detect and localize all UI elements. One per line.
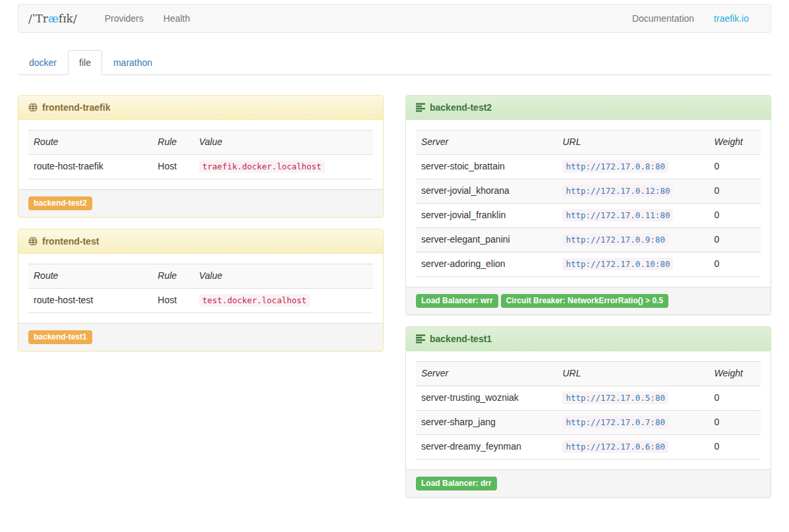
server-url-link[interactable]: http://172.17.0.12:80: [562, 185, 673, 196]
server-row: server-trusting_wozniakhttp://172.17.0.5…: [416, 386, 761, 410]
tab-file[interactable]: file: [68, 50, 102, 75]
rule-cell: Host: [152, 154, 194, 179]
server-url-link[interactable]: http://172.17.0.8:80: [562, 161, 668, 171]
value-cell: test.docker.localhost: [194, 288, 373, 312]
column-header-label: URL: [562, 368, 581, 378]
route-row: route-host-testHosttest.docker.localhost: [28, 288, 373, 312]
server-url-code: http://172.17.0.10:80: [562, 258, 673, 270]
column-header-label: Value: [199, 136, 222, 147]
panel-backend-test1: backend-test1 ServerURLWeightserver-trus…: [405, 326, 771, 498]
server-url-link[interactable]: http://172.17.0.11:80: [562, 210, 673, 220]
server-name-cell: server-trusting_wozniak: [416, 386, 557, 410]
panel-title: backend-test1: [430, 334, 492, 344]
panel-footer-badge: Load Balancer: drr: [416, 477, 497, 490]
table-header-row: RouteRuleValue: [28, 131, 373, 155]
nav-link-traefik-io[interactable]: traefik.io: [704, 5, 759, 32]
column-header-cell: Route: [28, 264, 152, 288]
servers-table: ServerURLWeightserver-trusting_wozniakht…: [416, 361, 761, 459]
weight-cell: 0: [709, 227, 761, 252]
nav-link-providers[interactable]: Providers: [95, 5, 154, 32]
weight-cell: 0: [709, 252, 761, 276]
panel-title: frontend-test: [42, 236, 99, 247]
routes-table: RouteRuleValueroute-host-testHosttest.do…: [28, 264, 373, 313]
tab-docker[interactable]: docker: [18, 50, 68, 75]
panel-body: RouteRuleValueroute-host-testHosttest.do…: [18, 254, 383, 323]
server-row: server-adoring_elionhttp://172.17.0.10:8…: [416, 252, 761, 276]
panel-title: frontend-traefik: [42, 102, 110, 113]
server-url-link[interactable]: http://172.17.0.7:80: [562, 417, 668, 427]
server-url-cell: http://172.17.0.6:80: [557, 434, 709, 459]
routes-table: RouteRuleValueroute-host-traefikHosttrae…: [28, 130, 373, 179]
column-header-cell: URL: [557, 361, 709, 386]
server-url-code: http://172.17.0.11:80: [562, 209, 673, 222]
server-name-cell: server-adoring_elion: [416, 252, 557, 276]
server-url-code: http://172.17.0.7:80: [562, 416, 668, 429]
route-row: route-host-traefikHosttraefik.docker.loc…: [28, 154, 373, 179]
server-name-cell: server-jovial_franklin: [416, 203, 557, 227]
column-header-label: Route: [34, 136, 58, 147]
server-row: server-elegant_paninihttp://172.17.0.9:8…: [416, 227, 761, 252]
weight-cell: 0: [709, 154, 761, 179]
column-header-cell: Weight: [709, 361, 761, 386]
column-header-label: URL: [562, 136, 581, 147]
column-header-cell: Rule: [152, 131, 194, 155]
backends-column: backend-test2 ServerURLWeightserver-stoi…: [405, 95, 771, 509]
backend-ref-badge: backend-test2: [28, 196, 92, 210]
weight-cell: 0: [709, 203, 761, 227]
server-url-cell: http://172.17.0.10:80: [557, 252, 709, 276]
server-url-cell: http://172.17.0.9:80: [557, 227, 709, 252]
nav-link-documentation[interactable]: Documentation: [622, 5, 704, 32]
table-header-row: ServerURLWeight: [416, 131, 761, 155]
server-row: server-stoic_brattainhttp://172.17.0.8:8…: [416, 154, 761, 179]
server-url-cell: http://172.17.0.7:80: [557, 410, 709, 434]
brand-suffix: fɪk/: [59, 12, 77, 25]
table-header-row: RouteRuleValue: [28, 264, 373, 288]
column-header-label: Rule: [158, 270, 177, 281]
content-grid: frontend-traefik RouteRuleValueroute-hos…: [18, 95, 771, 509]
weight-cell: 0: [709, 179, 761, 203]
weight-cell: 0: [709, 386, 761, 410]
backend-panel-header: backend-test1: [406, 327, 771, 351]
server-name-cell: server-jovial_khorana: [416, 179, 557, 203]
globe-icon: [28, 237, 38, 246]
page: /ˈTræfɪk/ Providers Health Documentation…: [18, 4, 771, 509]
column-header-label: Rule: [158, 136, 177, 147]
servers-table: ServerURLWeightserver-stoic_brattainhttp…: [416, 130, 761, 277]
column-header-cell: Weight: [709, 131, 761, 155]
server-url-code: http://172.17.0.12:80: [562, 185, 673, 197]
tab-marathon[interactable]: marathon: [102, 50, 163, 75]
server-url-link[interactable]: http://172.17.0.9:80: [562, 234, 668, 245]
panel-backend-test2: backend-test2 ServerURLWeightserver-stoi…: [405, 95, 771, 315]
navbar: /ˈTræfɪk/ Providers Health Documentation…: [18, 4, 771, 33]
column-header-label: Weight: [715, 136, 743, 147]
panel-footer: Load Balancer: wrrCircuit Breaker: Netwo…: [406, 287, 771, 314]
server-url-cell: http://172.17.0.11:80: [557, 203, 709, 227]
brand-logo[interactable]: /ˈTræfɪk/: [18, 12, 87, 25]
weight-cell: 0: [709, 434, 761, 459]
server-name-cell: server-dreamy_feynman: [416, 434, 557, 459]
panel-footer-badge: Circuit Breaker: NetworkErrorRatio() > 0…: [501, 294, 668, 308]
panel-body: ServerURLWeightserver-stoic_brattainhttp…: [406, 120, 771, 287]
column-header-label: Server: [421, 136, 448, 147]
panel-footer: Load Balancer: drr: [406, 469, 771, 497]
brand-highlight: æ: [48, 12, 59, 25]
server-name-cell: server-elegant_panini: [416, 227, 557, 252]
brand-prefix: /ˈTr: [28, 12, 48, 25]
frontend-panel-header: frontend-test: [18, 229, 383, 254]
provider-tabs: dockerfilemarathon: [18, 50, 771, 75]
server-name-cell: server-stoic_brattain: [416, 154, 557, 179]
value-cell: traefik.docker.localhost: [194, 154, 373, 179]
panel-footer: backend-test2: [18, 189, 383, 217]
server-url-link[interactable]: http://172.17.0.10:80: [562, 258, 673, 269]
panel-body: ServerURLWeightserver-trusting_wozniakht…: [406, 351, 771, 469]
server-url-link[interactable]: http://172.17.0.5:80: [562, 392, 668, 403]
column-header-cell: Route: [28, 131, 152, 155]
column-header-label: Value: [199, 270, 222, 281]
server-url-cell: http://172.17.0.8:80: [557, 154, 709, 179]
server-url-cell: http://172.17.0.12:80: [557, 179, 709, 203]
column-header-cell: URL: [557, 131, 709, 155]
server-url-cell: http://172.17.0.5:80: [557, 386, 709, 410]
nav-link-health[interactable]: Health: [154, 5, 200, 32]
server-url-link[interactable]: http://172.17.0.6:80: [562, 441, 668, 452]
navbar-right: Documentation traefik.io: [622, 5, 771, 32]
